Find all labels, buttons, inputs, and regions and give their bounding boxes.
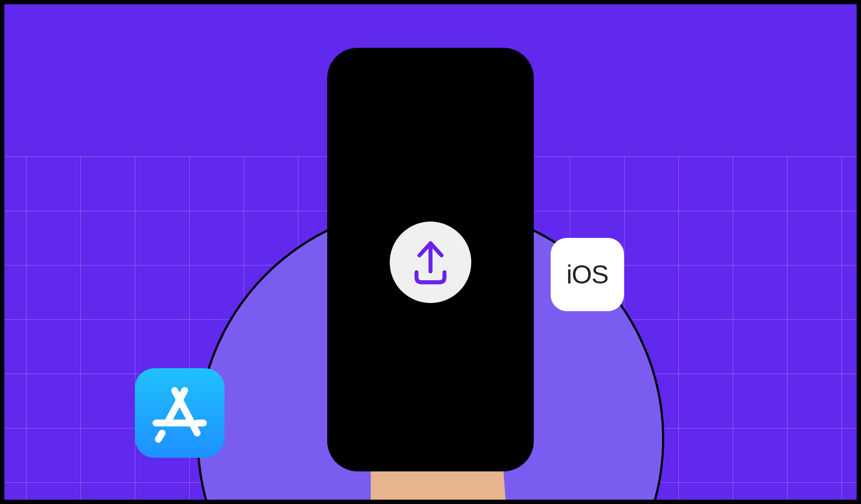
ios-badge: iOS: [551, 238, 624, 311]
svg-line-9: [158, 433, 162, 439]
upload-icon: [405, 237, 456, 287]
app-store-badge: [135, 368, 224, 458]
hero-illustration: iOS: [0, 0, 861, 504]
app-store-icon: [148, 382, 211, 444]
phone-frame: [327, 48, 534, 471]
upload-badge: [390, 222, 471, 303]
ios-label: iOS: [566, 260, 608, 289]
